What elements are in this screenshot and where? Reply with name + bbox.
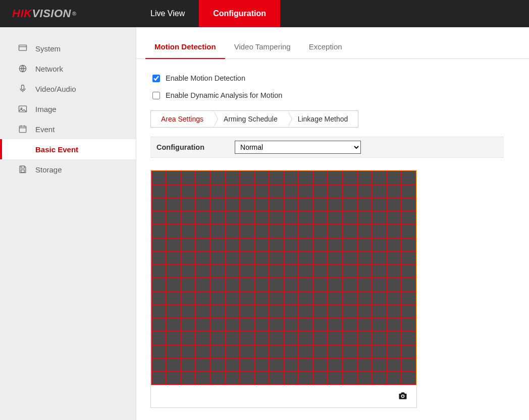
brand-reg: ® [72,11,77,17]
tab-content: Enable Motion Detection Enable Dynamic A… [136,59,529,417]
bc-tab-arming-schedule[interactable]: Arming Schedule [214,111,288,127]
tab-video-tampering[interactable]: Video Tampering [225,36,300,59]
area-panel [150,170,417,408]
config-row: Configuration Normal [150,137,504,158]
sidebar-item-storage[interactable]: Storage [0,159,136,179]
brand-prefix: HIK [12,7,32,20]
sidebar-item-system[interactable]: System [0,38,136,58]
checkbox-enable-motion[interactable] [152,75,160,82]
area-toolbar [151,385,416,407]
sidebar-label-storage: Storage [35,165,62,174]
sidebar-item-image[interactable]: Image [0,99,136,119]
image-icon [17,103,28,114]
monitor-icon [17,43,28,54]
svg-point-13 [402,395,404,397]
row-enable-dynamic: Enable Dynamic Analysis for Motion [150,88,529,102]
sidebar-item-network[interactable]: Network [0,58,136,79]
sidebar-label-image: Image [35,105,57,113]
sidebar-item-video-audio[interactable]: Video/Audio [0,79,136,99]
calendar-icon [17,124,28,135]
svg-rect-10 [21,166,25,168]
globe-icon [17,63,28,74]
sidebar-label-system: System [35,44,61,53]
brand-logo: HIKVISION® [0,0,136,27]
svg-rect-11 [21,170,25,172]
save-icon [17,164,28,175]
main-container: System Network Video/Audio Image Event [0,27,529,420]
sidebar: System Network Video/Audio Image Event [0,27,136,420]
label-enable-dynamic[interactable]: Enable Dynamic Analysis for Motion [166,91,282,99]
sidebar-label-video-audio: Video/Audio [35,85,76,93]
label-enable-motion[interactable]: Enable Motion Detection [166,74,245,82]
bc-tab-linkage-method[interactable]: Linkage Method [288,111,358,127]
bc-tab-area-settings[interactable]: Area Settings [151,111,214,127]
main-panel: Motion Detection Video Tampering Excepti… [136,27,529,420]
config-label: Configuration [156,143,204,151]
detection-grid[interactable] [151,170,416,385]
svg-rect-3 [22,85,24,90]
svg-rect-6 [19,126,26,132]
svg-rect-0 [19,45,27,50]
content-tabs: Motion Detection Video Tampering Excepti… [136,27,529,59]
app-header: HIKVISION® Live View Configuration [0,0,529,27]
breadcrumb-tabs: Area Settings Arming Schedule Linkage Me… [150,110,358,128]
sidebar-item-event[interactable]: Event [0,119,136,139]
tab-motion-detection[interactable]: Motion Detection [145,36,225,59]
mic-icon [17,83,28,94]
sidebar-item-basic-event[interactable]: Basic Event [0,139,136,159]
topnav-configuration[interactable]: Configuration [199,0,280,27]
sidebar-label-event: Event [35,125,55,134]
sidebar-label-basic-event: Basic Event [35,145,78,154]
tab-exception[interactable]: Exception [300,36,351,59]
checkbox-enable-dynamic[interactable] [152,92,160,99]
sidebar-label-network: Network [35,65,63,73]
topnav-live-view[interactable]: Live View [136,0,199,27]
top-nav: Live View Configuration [136,0,280,27]
brand-suffix: VISION [32,7,71,20]
row-enable-motion: Enable Motion Detection [150,71,529,85]
config-select[interactable]: Normal [235,141,361,154]
camera-icon[interactable] [397,391,408,402]
